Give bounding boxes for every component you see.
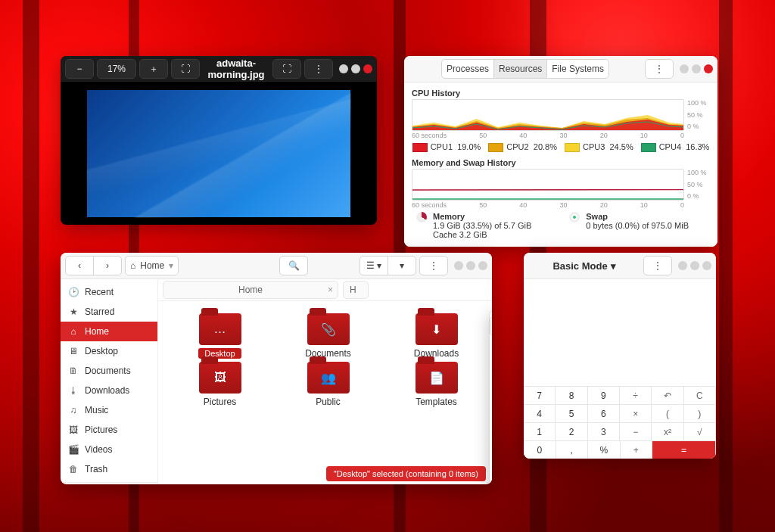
- monitor-menu-button[interactable]: ⋮: [645, 59, 674, 79]
- viewer-menu-button[interactable]: ⋮: [304, 59, 333, 79]
- minimize-button[interactable]: [339, 64, 348, 73]
- key-divide[interactable]: ÷: [619, 386, 652, 405]
- sidebar-item-videos[interactable]: 🎬Videos: [61, 440, 157, 459]
- calculator-window[interactable]: Basic Mode▾ ⋮ 7 8 9 ÷ ↶ C 4 5 6 ×: [524, 253, 716, 459]
- memory-label: Memory: [433, 212, 531, 221]
- key-8[interactable]: 8: [555, 386, 587, 405]
- key-6[interactable]: 6: [587, 404, 620, 423]
- calc-display[interactable]: [524, 279, 716, 386]
- key-lparen[interactable]: (: [651, 404, 683, 423]
- picture-icon: 🖼: [68, 425, 79, 435]
- folder-downloads[interactable]: ⬇ Downloads: [384, 313, 489, 359]
- back-button[interactable]: ‹: [65, 256, 94, 275]
- memory-pie-icon: [416, 212, 427, 222]
- folder-icon: 👥: [307, 362, 350, 394]
- folder-desktop[interactable]: … Desktop: [167, 313, 272, 359]
- sidebar-item-downloads[interactable]: ⭳Downloads: [61, 381, 157, 400]
- minimize-button[interactable]: [680, 64, 689, 73]
- minimize-button[interactable]: [454, 261, 463, 270]
- key-multiply[interactable]: ×: [619, 404, 652, 423]
- key-3[interactable]: 3: [587, 422, 620, 441]
- folder-label: Pictures: [204, 397, 236, 407]
- breadcrumb-home: Home: [140, 260, 164, 271]
- zoom-fit-button[interactable]: ⛶: [171, 59, 200, 79]
- view-options-button[interactable]: ▾: [388, 256, 416, 275]
- key-plus[interactable]: +: [620, 440, 653, 459]
- tab-processes[interactable]: Processes: [441, 59, 494, 79]
- files-window[interactable]: ‹ › ⌂ Home ▾ 🔍 ☰ ▾ ▾ ⋮ 🕑Recent ★Starred …: [61, 253, 492, 484]
- tab-resources[interactable]: Resources: [493, 59, 547, 79]
- monitor-body: CPU History 60 seconds50403020100 100 %5…: [404, 82, 717, 247]
- image-viewer-window[interactable]: − 17% ＋ ⛶ adwaita-morning.jpg ⛶ ⋮: [61, 56, 377, 225]
- view-mode-button[interactable]: ☰ ▾: [359, 256, 388, 275]
- memory-cache: Cache 3.2 GiB: [433, 230, 531, 239]
- key-0[interactable]: 0: [524, 440, 556, 459]
- monitor-tabs: Processes Resources File Systems: [441, 59, 609, 79]
- close-tab-icon[interactable]: ×: [328, 285, 333, 295]
- maximize-button[interactable]: [466, 261, 475, 270]
- key-undo[interactable]: ↶: [651, 386, 683, 405]
- zoom-in-button[interactable]: ＋: [139, 59, 168, 79]
- new-tab-button[interactable]: ⧉: [490, 316, 492, 336]
- files-main: Home× H … Desktop 📎 Documents ⬇ Download…: [158, 279, 492, 484]
- files-popover-menu[interactable]: ⧉👤📁 Edit ✂⧉📋 Select All Show Hidden File…: [489, 310, 492, 484]
- sidebar-item-starred[interactable]: ★Starred: [61, 302, 157, 322]
- key-percent[interactable]: %: [587, 440, 621, 459]
- sidebar-item-trash[interactable]: 🗑Trash: [61, 459, 157, 479]
- tab-second[interactable]: H: [343, 281, 369, 299]
- maximize-button[interactable]: [692, 64, 701, 73]
- sidebar-item-desktop[interactable]: 🖥Desktop: [61, 341, 157, 361]
- files-menu-button[interactable]: ⋮: [419, 256, 448, 275]
- minimize-button[interactable]: [678, 261, 687, 270]
- sidebar-item-home[interactable]: ⌂Home: [61, 322, 157, 341]
- key-square[interactable]: x²: [651, 422, 683, 441]
- folder-icon: 📄: [416, 362, 458, 394]
- viewer-canvas[interactable]: [61, 82, 377, 225]
- maximize-button[interactable]: [690, 261, 699, 270]
- sidebar-item-music[interactable]: ♫Music: [61, 400, 157, 420]
- folder-pictures[interactable]: 🖼 Pictures: [167, 362, 272, 407]
- key-comma[interactable]: ,: [556, 440, 589, 459]
- close-button[interactable]: [478, 261, 487, 270]
- calc-mode-selector[interactable]: Basic Mode▾: [552, 260, 615, 272]
- files-headerbar: ‹ › ⌂ Home ▾ 🔍 ☰ ▾ ▾ ⋮: [61, 253, 492, 279]
- key-rparen[interactable]: ): [683, 404, 716, 423]
- folder-documents[interactable]: 📎 Documents: [275, 313, 381, 359]
- zoom-level[interactable]: 17%: [97, 59, 136, 79]
- zoom-out-button[interactable]: −: [65, 59, 94, 79]
- clock-icon: 🕑: [68, 287, 79, 297]
- key-7[interactable]: 7: [524, 386, 556, 405]
- folder-label: Public: [316, 397, 341, 407]
- maximize-button[interactable]: [351, 64, 360, 73]
- key-sqrt[interactable]: √: [683, 422, 716, 441]
- path-bar[interactable]: ⌂ Home ▾: [125, 256, 179, 275]
- calc-keypad: 7 8 9 ÷ ↶ C 4 5 6 × ( ) 1 2 3 − x² √: [524, 386, 716, 459]
- key-minus[interactable]: −: [619, 422, 652, 441]
- tab-filesystems[interactable]: File Systems: [546, 59, 609, 79]
- search-button[interactable]: 🔍: [279, 256, 308, 275]
- key-5[interactable]: 5: [555, 404, 587, 423]
- mem-history-title: Memory and Swap History: [412, 158, 710, 167]
- key-9[interactable]: 9: [587, 386, 620, 405]
- close-button[interactable]: [704, 64, 713, 73]
- folder-public[interactable]: 👥 Public: [275, 362, 381, 407]
- close-button[interactable]: [363, 64, 372, 73]
- forward-button[interactable]: ›: [93, 256, 122, 275]
- sidebar-item-recent[interactable]: 🕑Recent: [61, 282, 157, 302]
- system-monitor-window[interactable]: Processes Resources File Systems ⋮ CPU H…: [404, 56, 717, 247]
- sidebar-item-documents[interactable]: 🗎Documents: [61, 361, 157, 381]
- key-2[interactable]: 2: [555, 422, 587, 441]
- key-clear[interactable]: C: [683, 386, 716, 405]
- mem-x-axis: 60 seconds50403020100: [412, 201, 684, 209]
- close-button[interactable]: [702, 261, 711, 270]
- key-equals[interactable]: =: [652, 440, 716, 459]
- key-4[interactable]: 4: [524, 404, 556, 423]
- folder-templates[interactable]: 📄 Templates: [384, 362, 489, 407]
- tab-home[interactable]: Home×: [163, 281, 338, 299]
- calc-menu-button[interactable]: ⋮: [643, 256, 672, 275]
- fullscreen-button[interactable]: ⛶: [272, 59, 301, 79]
- icon-grid[interactable]: … Desktop 📎 Documents ⬇ Downloads 🖼 Pict…: [158, 301, 492, 484]
- sidebar-item-pictures[interactable]: 🖼Pictures: [61, 420, 157, 440]
- cpu-legend: CPU1 19.0% CPU2 20.8% CPU3 24.5% CPU4 16…: [412, 142, 710, 152]
- key-1[interactable]: 1: [524, 422, 556, 441]
